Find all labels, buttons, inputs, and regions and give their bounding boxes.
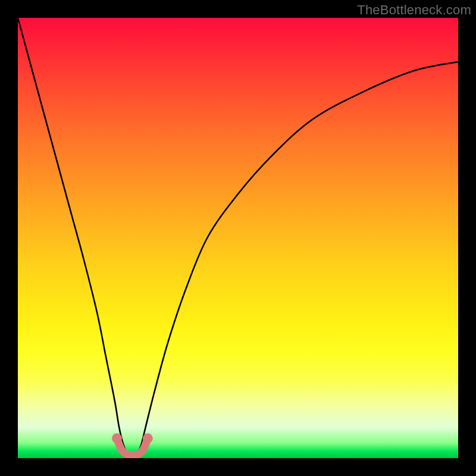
plot-area: [18, 18, 458, 458]
highlight-minimum: [117, 439, 148, 455]
highlight-end-dot: [112, 433, 122, 443]
bottleneck-curve: [18, 18, 458, 455]
watermark-text: TheBottleneck.com: [357, 2, 471, 18]
curve-layer: [18, 18, 458, 458]
highlight-dots: [112, 433, 153, 443]
highlight-end-dot: [143, 433, 153, 443]
chart-frame: TheBottleneck.com: [0, 0, 476, 476]
